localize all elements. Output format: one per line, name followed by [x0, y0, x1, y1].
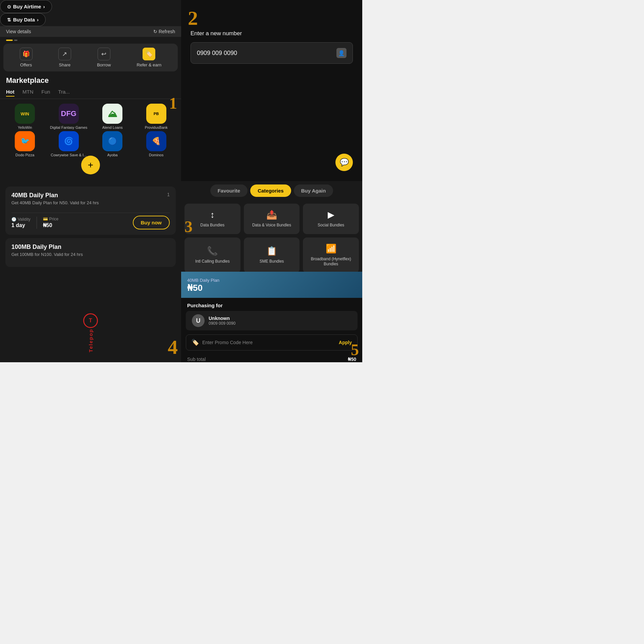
refresh-button[interactable]: ↻ Refresh — [153, 29, 175, 34]
tab-hot[interactable]: Hot — [6, 89, 14, 97]
step-1-badge: 1 — [169, 94, 177, 112]
chevron-right-icon-2: › — [37, 17, 39, 22]
borrow-icon: ↩ — [98, 48, 110, 60]
cat-data-voice[interactable]: 📤 Data & Voice Bundles — [244, 204, 300, 234]
promo-code-row[interactable]: 🏷️ Enter Promo Code Here Apply — [186, 334, 358, 351]
app-cowrywise-icon: 🌀 — [59, 131, 79, 151]
social-label: Social Bundles — [318, 223, 344, 228]
tab-travel[interactable]: Tra... — [58, 89, 69, 97]
app-dominos-label: Dominos — [149, 153, 163, 157]
contact-icon[interactable]: 👤 — [336, 48, 346, 58]
plan-100mb-desc: Get 100MB for N100. Valid for 24 hrs — [11, 252, 170, 257]
tab-mtn[interactable]: MTN — [22, 89, 34, 97]
plan-100mb-title: 100MB Daily Plan — [11, 244, 170, 251]
app-dodo[interactable]: 🐦 Dodo Pizza — [5, 131, 45, 157]
filter-categories[interactable]: Categories — [250, 184, 291, 197]
clock-icon: 🕐 — [11, 217, 16, 222]
offers-action[interactable]: 🎁 Offers — [20, 48, 33, 67]
telepop-brand-name: Telepop — [88, 329, 94, 352]
step-3-badge: 3 — [184, 217, 193, 236]
plan-40mb-desc: Get 40MB Daily Plan for N50. Valid for 2… — [11, 200, 99, 205]
refer-earn-action[interactable]: 🏷️ Refer & earn — [137, 48, 162, 67]
quick-actions-bar: 🎁 Offers ↗ Share ↩ Borrow 🏷️ Refer & ear… — [3, 44, 178, 71]
app-alend-icon: ⛰ — [102, 104, 122, 124]
filter-favourite[interactable]: Favourite — [210, 184, 248, 197]
app-dominos[interactable]: 🍕 Dominos — [136, 131, 177, 157]
promo-apply-button[interactable]: Apply — [339, 340, 352, 345]
view-details-link[interactable]: View details — [6, 29, 31, 34]
user-name: Unknown — [209, 316, 235, 321]
plan-meta: 🕐 Validity 1 day 💳 Price ₦50 — [11, 217, 58, 229]
refresh-icon: ↻ — [153, 29, 157, 34]
app-dodo-label: Dodo Pizza — [15, 153, 34, 157]
app-ayoba[interactable]: 🔵 Ayoba — [92, 131, 133, 157]
borrow-action[interactable]: ↩ Borrow — [97, 48, 111, 67]
refer-label: Refer & earn — [137, 62, 162, 67]
enter-number-content: Enter a new number 0909 009 0090 👤 — [181, 0, 362, 73]
telepop-t-icon: T — [87, 317, 94, 324]
validity-label: 🕐 Validity — [11, 217, 31, 222]
app-providus-label: ProvidusBank — [145, 125, 168, 130]
offers-icon: 🎁 — [20, 48, 33, 60]
buy-airtime-button[interactable]: ⊙ Buy Airtime › — [0, 0, 52, 13]
validity-value: 1 day — [11, 222, 31, 228]
buy-now-button[interactable]: Buy now — [133, 216, 170, 229]
step-2-badge: 2 — [188, 7, 198, 30]
price-item: 💳 Price ₦50 — [43, 217, 58, 228]
data-bundles-icon: ↕ — [210, 210, 215, 220]
app-cowrywise-label: Cowrywise Save & I... — [51, 153, 87, 157]
panel-right-column: 3 Favourite Categories Buy Again ↕ Data … — [181, 181, 362, 362]
user-phone: 0909 009 0090 — [209, 321, 235, 326]
purchase-header: 40MB Daily Plan ₦50 — [181, 272, 362, 298]
data-bundles-label: Data Bundles — [200, 223, 224, 228]
buy-airtime-label: Buy Airtime — [13, 4, 41, 9]
cat-broadband[interactable]: 📶 Broadband (Hynetflex) Bundles — [303, 237, 359, 272]
price-label: 💳 Price — [43, 217, 58, 221]
subtotal-label: Sub total — [187, 357, 206, 362]
app-dominos-icon: 🍕 — [146, 131, 166, 151]
app-yellowin[interactable]: WIN YelloWin — [5, 104, 45, 130]
app-yellowin-icon: WIN — [15, 104, 35, 124]
view-refresh-bar: View details ↻ Refresh — [0, 26, 181, 37]
share-action[interactable]: ↗ Share — [58, 48, 71, 67]
inactive-dot — [14, 40, 17, 41]
buy-data-button[interactable]: ⇅ Buy Data › — [0, 13, 46, 26]
user-row: U Unknown 0909 009 0090 — [186, 311, 358, 330]
filter-buy-again[interactable]: Buy Again — [294, 184, 333, 197]
plan-40mb-title: 40MB Daily Plan — [11, 192, 99, 199]
app-alend[interactable]: ⛰ Alend Loans — [92, 104, 133, 130]
app-dfg[interactable]: DFG Digital Fantasy Games — [49, 104, 89, 130]
marketplace-tabs: Hot MTN Fun Tra... — [0, 87, 181, 99]
purchase-plan-name: 40MB Daily Plan — [187, 278, 356, 283]
meta-divider — [37, 217, 37, 229]
card-icon: 💳 — [43, 217, 48, 221]
data-voice-icon: 📤 — [266, 210, 277, 220]
app-dfg-label: Digital Fantasy Games — [50, 125, 87, 130]
filter-tabs: Favourite Categories Buy Again — [181, 181, 362, 200]
panel-3-categories: 3 Favourite Categories Buy Again ↕ Data … — [181, 181, 362, 272]
step-5-badge: 5 — [351, 340, 359, 359]
fab-add-button[interactable]: + — [81, 156, 100, 174]
cat-intl-calling[interactable]: 📞 Intl Calling Bundles — [184, 237, 240, 272]
borrow-label: Borrow — [97, 62, 111, 67]
chat-bubble-button[interactable]: 💬 — [335, 154, 353, 171]
validity-item: 🕐 Validity 1 day — [11, 217, 31, 228]
active-dot — [6, 40, 13, 41]
app-grid-row1: WIN YelloWin DFG Digital Fantasy Games ⛰… — [0, 99, 181, 131]
plan-40mb-number: 1 — [167, 192, 170, 197]
refer-icon: 🏷️ — [143, 48, 155, 60]
plan-divider — [11, 213, 170, 213]
user-initial: U — [196, 317, 201, 324]
phone-input-container[interactable]: 0909 009 0090 👤 — [191, 42, 353, 64]
tab-fun[interactable]: Fun — [42, 89, 50, 97]
cat-social[interactable]: ▶ Social Bundles — [303, 204, 359, 234]
app-yellowin-label: YelloWin — [18, 125, 32, 130]
app-providus-icon: PB — [146, 104, 166, 124]
intl-calling-label: Intl Calling Bundles — [195, 259, 230, 264]
plan-40mb-card: 40MB Daily Plan Get 40MB Daily Plan for … — [5, 186, 176, 235]
cat-data-bundles[interactable]: ↕ Data Bundles — [184, 204, 240, 234]
cat-sme[interactable]: 📋 SME Bundles — [244, 237, 300, 272]
plan-100mb-card: 100MB Daily Plan Get 100MB for N100. Val… — [5, 238, 176, 267]
purchase-price: ₦50 — [187, 283, 356, 293]
app-cowrywise[interactable]: 🌀 Cowrywise Save & I... — [49, 131, 89, 157]
